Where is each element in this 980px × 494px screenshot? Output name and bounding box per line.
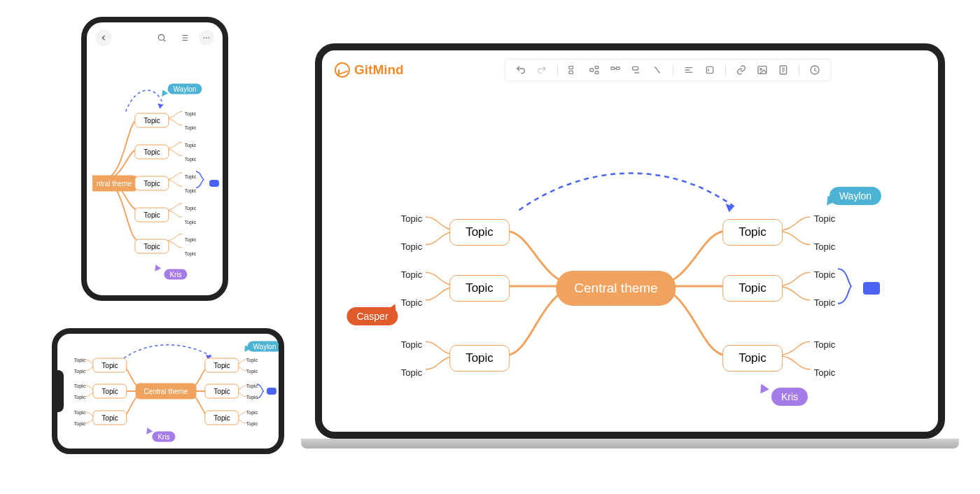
floating-topic-icon[interactable] [631,64,642,76]
mindmap-canvas-landscape[interactable]: Central theme Topic Topic Topic Topic To… [57,334,279,449]
subtopic-node[interactable]: Topic [246,358,258,362]
app-logo[interactable]: GitMind [335,62,404,78]
svg-rect-0 [569,66,573,69]
subtopic-node[interactable]: Topic [74,410,85,415]
collaborator-tag-kris: Kris [164,269,187,280]
app-header: GitMind [322,50,938,90]
separator [799,64,799,76]
topic-node[interactable]: Topic [134,239,169,254]
style-icon[interactable] [704,64,715,76]
relation-icon[interactable] [652,64,663,76]
central-theme-node[interactable]: ntral theme [92,176,140,192]
child-topic-icon[interactable] [589,64,600,76]
subtopic-icon[interactable] [610,64,621,76]
topic-node[interactable]: Topic [134,176,169,191]
summary-node[interactable] [209,180,219,187]
collaborator-tag-casper: Casper [346,307,398,325]
app-logo-text: GitMind [354,62,404,78]
central-theme-node[interactable]: Central theme [556,271,676,306]
subtopic-node[interactable]: Topic [401,213,422,224]
topic-node[interactable]: Topic [722,275,783,302]
topic-node[interactable]: Topic [204,358,239,373]
back-button[interactable] [95,29,112,46]
subtopic-node[interactable]: Topic [401,367,422,378]
central-theme-node[interactable]: Central theme [136,383,197,400]
subtopic-node[interactable]: Topic [185,157,196,162]
subtopic-node[interactable]: Topic [185,125,196,130]
mindmap-links [87,50,223,295]
search-icon[interactable] [154,30,169,45]
subtopic-node[interactable]: Topic [185,220,196,225]
link-icon[interactable] [736,64,747,76]
note-icon[interactable] [778,64,789,76]
topic-node[interactable]: Topic [134,113,169,128]
subtopic-node[interactable]: Topic [246,421,258,426]
subtopic-node[interactable]: Topic [185,111,196,116]
summary-node[interactable] [863,282,880,295]
collaborator-tag-kris: Kris [152,432,175,442]
subtopic-node[interactable]: Topic [185,174,196,179]
subtopic-node[interactable]: Topic [401,297,422,308]
subtopic-node[interactable]: Topic [185,143,196,148]
mindmap-canvas-mobile[interactable]: ntral theme Topic Topic Topic Topic Topi… [87,50,223,295]
topic-node[interactable]: Topic [92,358,127,373]
subtopic-node[interactable]: Topic [185,188,196,193]
phone-header [87,22,223,53]
subtopic-node[interactable]: Topic [185,206,196,211]
collaborator-tag-waylon: Waylon [168,84,202,94]
format-icon[interactable] [683,64,694,76]
topic-node[interactable]: Topic [449,345,510,372]
subtopic-node[interactable]: Topic [74,358,85,362]
topic-node[interactable]: Topic [204,411,239,425]
subtopic-node[interactable]: Topic [401,269,422,280]
subtopic-node[interactable]: Topic [246,383,258,388]
svg-rect-5 [611,67,615,69]
topic-node[interactable]: Topic [92,384,127,399]
mindmap-links [322,85,938,432]
subtopic-node[interactable]: Topic [246,395,258,400]
svg-rect-6 [617,67,620,69]
subtopic-node[interactable]: Topic [814,297,835,308]
topic-node[interactable]: Topic [134,208,169,223]
svg-point-16 [209,37,210,38]
share-icon[interactable] [809,64,820,76]
subtopic-node[interactable]: Topic [814,213,835,224]
subtopic-node[interactable]: Topic [814,367,835,378]
subtopic-node[interactable]: Topic [814,241,835,252]
subtopic-node[interactable]: Topic [246,410,258,415]
topic-node[interactable]: Topic [449,219,510,246]
subtopic-node[interactable]: Topic [74,421,85,426]
gitmind-logo-icon [335,62,350,78]
topic-node[interactable]: Topic [449,275,510,302]
collaborator-tag-waylon: Waylon [248,341,282,352]
undo-icon[interactable] [515,64,526,76]
svg-rect-4 [596,71,599,73]
subtopic-node[interactable]: Topic [74,395,85,400]
svg-point-10 [760,68,762,70]
subtopic-node[interactable]: Topic [246,369,258,374]
topic-node[interactable]: Topic [134,145,169,160]
list-icon[interactable] [176,30,192,45]
svg-rect-2 [590,69,594,71]
svg-point-15 [206,37,207,38]
redo-icon[interactable] [536,64,547,76]
subtopic-node[interactable]: Topic [185,251,196,256]
topic-node[interactable]: Topic [722,345,783,372]
subtopic-node[interactable]: Topic [185,237,196,242]
subtopic-node[interactable]: Topic [401,339,422,350]
subtopic-node[interactable]: Topic [74,369,85,374]
subtopic-node[interactable]: Topic [401,241,422,252]
mindmap-canvas[interactable]: Central theme Topic Topic Topic Topic To… [322,85,938,432]
topic-node[interactable]: Topic [92,411,127,425]
topic-node[interactable]: Topic [204,384,239,399]
subtopic-node[interactable]: Topic [814,339,835,350]
sibling-topic-icon[interactable] [568,64,579,76]
separator [557,64,558,76]
more-icon[interactable] [199,30,214,45]
subtopic-node[interactable]: Topic [814,269,835,280]
laptop-device: GitMind [315,43,945,463]
subtopic-node[interactable]: Topic [74,383,85,388]
topic-node[interactable]: Topic [722,219,783,246]
summary-node[interactable] [267,388,276,395]
image-icon[interactable] [757,64,768,76]
